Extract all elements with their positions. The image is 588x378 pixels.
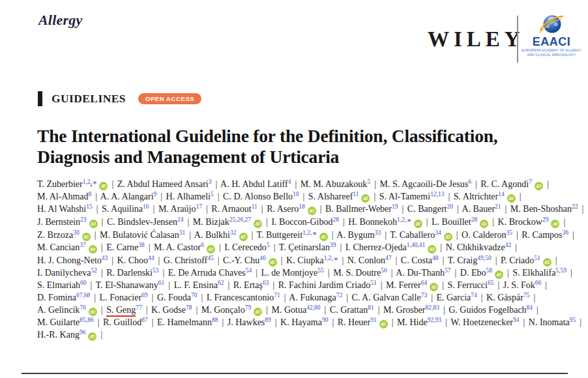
author-separator: |	[328, 268, 330, 278]
superscript-comma: ,	[405, 216, 406, 223]
author-name: M. Hide	[397, 317, 428, 327]
author-name: C. A. Galvan Calle	[351, 293, 420, 302]
author: W. Hoetzenecker94|	[450, 317, 526, 327]
orcid-icon[interactable]: iD	[269, 258, 277, 267]
author-separator: |	[443, 305, 445, 315]
author: I. Danilycheva52|	[37, 268, 104, 278]
orcid-icon[interactable]: iD	[89, 308, 97, 316]
author-name: A. A. Alangari	[100, 192, 154, 201]
author-separator: |	[507, 268, 509, 278]
author-separator: |	[274, 242, 276, 252]
orcid-icon[interactable]: iD	[82, 233, 91, 241]
author-separator: |	[516, 230, 518, 240]
author-name: R. Campos	[522, 230, 562, 240]
author: R. Fachini Jardim Criado51|	[278, 280, 384, 290]
author-name: E. Garcia	[436, 293, 471, 302]
eaaci-globe-icon	[538, 13, 565, 35]
author: C. D. Alonso Bello10|	[223, 192, 306, 201]
author-name: T. Zuberbier	[37, 179, 83, 189]
author-name: S. Ferrucci	[448, 280, 488, 290]
affiliation-superscript: 42,80	[306, 304, 320, 311]
author-name: R. Asero	[267, 204, 299, 214]
affiliation-superscript: 43	[102, 255, 108, 261]
orcid-icon[interactable]: iD	[428, 245, 436, 254]
author-separator: |	[152, 317, 154, 327]
orcid-icon[interactable]: iD	[308, 207, 316, 215]
orcid-icon[interactable]: iD	[430, 283, 438, 291]
author-name: S. Al-Tamemi	[379, 192, 430, 201]
affiliation-superscript: 95	[570, 317, 576, 323]
affiliation-superscript: 17	[196, 203, 202, 210]
author-separator: |	[520, 192, 522, 201]
author-separator: |	[396, 255, 398, 265]
author: T. Buttgereit1,2,*iD|	[257, 230, 335, 240]
author: H. J. Chong-Neto43|	[37, 255, 115, 265]
eaaci-logo[interactable]: EAACI EUROPEAN ACADEMY OF ALLERGY AND CL…	[521, 13, 582, 57]
orcid-icon[interactable]: iD	[89, 220, 98, 228]
orcid-icon[interactable]: iD	[379, 320, 388, 328]
orcid-icon[interactable]: iD	[207, 245, 215, 254]
affiliation-superscript: 1,40,41	[407, 242, 426, 248]
author: M. Ben-Shoshan22|	[510, 204, 585, 214]
affiliation-superscript: 21	[495, 203, 501, 210]
author-separator: |	[158, 255, 160, 265]
author-separator: |	[168, 280, 170, 290]
author-name: M. Ben-Shoshan	[510, 204, 572, 214]
orcid-icon[interactable]: iD	[89, 245, 97, 254]
author: M. A. Castor6iD|	[154, 242, 222, 252]
author: J. Hawkes89|	[228, 317, 278, 327]
affiliation-superscript: 19	[392, 203, 398, 210]
wiley-logo[interactable]: WILEY	[428, 27, 525, 51]
author-separator: |	[284, 293, 286, 302]
orcid-icon[interactable]: iD	[535, 182, 543, 190]
eaaci-tagline-line1: EUROPEAN ACADEMY OF ALLERGY	[521, 48, 582, 52]
author: H. Alhameli5|	[166, 192, 221, 201]
author-separator: |	[303, 192, 305, 201]
orcid-icon[interactable]: iD	[507, 194, 516, 203]
affiliation-superscript: 82,83	[426, 304, 439, 311]
orcid-icon[interactable]: iD	[239, 233, 248, 241]
affiliation-superscript: 28	[333, 216, 340, 223]
author: N. Inomata95|	[529, 317, 583, 327]
orcid-icon[interactable]: iD	[414, 220, 422, 228]
orcid-icon[interactable]: iD	[551, 220, 559, 228]
orcid-icon[interactable]: iD	[543, 258, 551, 267]
section-header: GUIDELINES OPEN ACCESS	[38, 91, 201, 106]
author-name: H. Bonnekoh	[348, 217, 397, 227]
author-name: P. Criado	[501, 255, 534, 265]
author-separator: |	[374, 179, 376, 189]
orcid-icon[interactable]: iD	[495, 270, 503, 279]
author: T. Zuberbier1,2,*iD|	[37, 179, 115, 189]
author-separator: |	[325, 305, 327, 315]
orcid-icon[interactable]: iD	[254, 220, 262, 228]
affiliation-superscript: 51	[534, 255, 540, 261]
author-separator: |	[426, 217, 428, 227]
author-name: R. Fachini Jardim Criado	[278, 280, 371, 290]
author-name: J. S. Fok	[503, 280, 535, 290]
author-separator: |	[252, 230, 254, 240]
author-separator: |	[402, 204, 404, 214]
author-name: S. Aquilina	[102, 204, 143, 214]
affiliation-superscript: 78	[186, 304, 192, 311]
orcid-icon[interactable]: iD	[319, 233, 328, 241]
orcid-icon[interactable]: iD	[99, 182, 108, 190]
author: N. Chkhikvadze42|	[446, 242, 518, 252]
author: P. Criado51iD|	[501, 255, 559, 265]
orcid-icon[interactable]: iD	[480, 220, 488, 228]
author-separator: |	[332, 317, 334, 327]
orcid-icon[interactable]: iD	[361, 194, 370, 203]
author-name: N. Inomata	[529, 317, 570, 327]
author-name: I. Cerecedo	[224, 242, 267, 252]
author-name: L. de Montjoye	[261, 268, 318, 278]
author-name: L. F. Ensina	[174, 280, 218, 290]
author-separator: |	[343, 217, 345, 227]
author-name: H. Alhameli	[166, 192, 211, 201]
orcid-icon[interactable]: iD	[88, 332, 96, 341]
affiliation-superscript: 31	[179, 229, 186, 236]
affiliation-superscript: 46	[259, 255, 266, 261]
orcid-icon[interactable]: iD	[444, 233, 452, 241]
author-separator: |	[431, 293, 433, 302]
orcid-icon[interactable]: iD	[254, 308, 262, 316]
author-separator: |	[581, 204, 583, 214]
affiliation-superscript: 28	[471, 216, 478, 223]
